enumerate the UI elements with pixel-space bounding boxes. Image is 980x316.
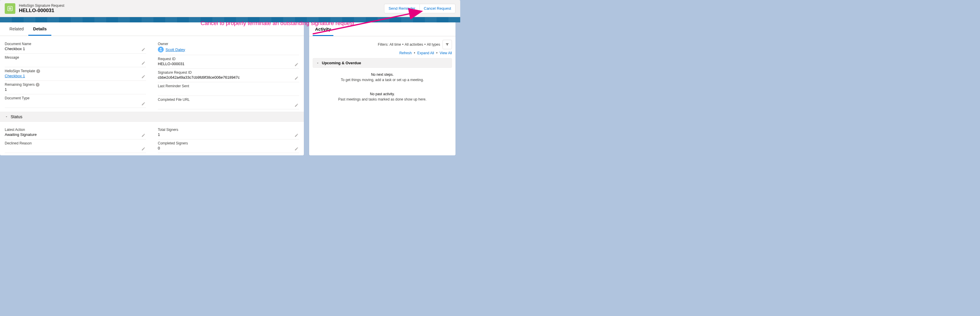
field-label: Request ID [158, 57, 299, 61]
field-label: Total Signers [158, 128, 299, 132]
field-value: Checkbox 1 [5, 46, 146, 51]
edit-icon[interactable] [294, 76, 299, 80]
field-value: Awaiting Signature [5, 132, 146, 137]
field-label: Last Reminder Sent [158, 84, 299, 88]
field-label: Signature Request ID [158, 70, 299, 75]
edit-icon[interactable] [141, 147, 145, 151]
record-type-label: HelloSign Signature Request [19, 3, 64, 8]
field-value: 1 [5, 87, 146, 92]
view-all-link[interactable]: View All [439, 51, 452, 55]
section-status-toggle[interactable]: Status [0, 112, 304, 122]
chevron-down-icon [5, 115, 8, 119]
field-value [5, 60, 146, 65]
tab-details[interactable]: Details [28, 22, 51, 36]
field-hellosign-template: HelloSign Template i Checkbox 1 [5, 67, 146, 81]
filters-prefix: Filters: [378, 43, 388, 46]
tab-related[interactable]: Related [5, 22, 28, 36]
field-label: HelloSign Template i [5, 69, 146, 73]
filter-button[interactable] [442, 40, 452, 49]
filter-time: All time [390, 43, 401, 46]
field-label: Latest Action [5, 128, 146, 132]
field-label: Completed Signers [158, 141, 299, 145]
edit-icon[interactable] [141, 48, 145, 52]
field-remaining-signers: Remaining Signers i 1 [5, 81, 146, 94]
edit-icon[interactable] [294, 103, 299, 107]
field-value [5, 100, 146, 105]
field-label: Message [5, 56, 146, 60]
edit-icon[interactable] [141, 75, 145, 79]
chevron-down-icon [316, 61, 320, 65]
field-value [5, 145, 146, 150]
expand-all-link[interactable]: Expand All [417, 51, 434, 55]
no-next-steps-message: No next steps. To get things moving, add… [309, 70, 455, 85]
field-owner: Owner Scott Daley [158, 40, 299, 55]
field-value: cbbe2c642a49a33c7cb9fd9f38ce006e7618947c [158, 75, 299, 79]
record-title: HELLO-000031 [19, 8, 64, 14]
field-message: Message [5, 54, 146, 67]
field-value-link[interactable]: Checkbox 1 [5, 73, 146, 78]
field-value [158, 88, 299, 93]
field-value [158, 102, 299, 107]
field-label: Owner [158, 42, 299, 46]
details-panel: Related Details Document Name Checkbox 1… [0, 22, 304, 156]
field-label: Declined Reason [5, 141, 146, 145]
avatar-icon [158, 46, 164, 52]
field-latest-action: Latest Action Awaiting Signature [5, 126, 146, 140]
funnel-icon [445, 43, 449, 46]
no-past-activity-message: No past activity. Past meetings and task… [309, 85, 455, 107]
field-declined-reason: Declined Reason [5, 140, 146, 153]
edit-icon[interactable] [294, 133, 299, 137]
field-signature-request-id: Signature Request ID cbbe2c642a49a33c7cb… [158, 69, 299, 82]
field-value: 0 [158, 145, 299, 150]
edit-icon[interactable] [141, 133, 145, 137]
record-header: HelloSign Signature Request HELLO-000031… [0, 0, 460, 17]
field-document-type: Document Type [5, 94, 146, 108]
record-type-icon [5, 3, 15, 14]
send-reminder-button[interactable]: Send Reminder [384, 4, 419, 13]
field-label: Completed File URL [158, 98, 299, 102]
edit-icon[interactable] [294, 147, 299, 151]
filter-activities: All activities [405, 43, 423, 46]
activity-panel: Activity Filters: All time • All activit… [309, 22, 455, 156]
edit-icon[interactable] [141, 102, 145, 106]
field-request-id: Request ID HELLO-000031 [158, 55, 299, 69]
field-document-name: Document Name Checkbox 1 [5, 40, 146, 54]
field-last-reminder-sent: Last Reminder Sent [158, 82, 299, 96]
field-label: Remaining Signers i [5, 83, 146, 87]
field-label: Document Type [5, 96, 146, 100]
field-value: 1 [158, 132, 299, 137]
filter-types: All types [427, 43, 440, 46]
info-icon[interactable]: i [36, 83, 40, 87]
cancel-request-button[interactable]: Cancel Request [420, 4, 456, 13]
refresh-link[interactable]: Refresh [399, 51, 412, 55]
field-completed-signers: Completed Signers 0 [158, 140, 299, 153]
svg-rect-1 [9, 7, 11, 10]
edit-icon[interactable] [294, 62, 299, 67]
owner-link[interactable]: Scott Daley [165, 48, 185, 52]
edit-icon[interactable] [141, 61, 145, 65]
svg-point-2 [160, 48, 162, 49]
field-value: HELLO-000031 [158, 61, 299, 66]
upcoming-overdue-label: Upcoming & Overdue [322, 61, 361, 65]
field-total-signers: Total Signers 1 [158, 126, 299, 140]
field-completed-file-url: Completed File URL [158, 96, 299, 110]
field-label: Document Name [5, 42, 146, 46]
section-title: Status [11, 114, 22, 119]
annotation-text: Cancel to properly terminate an outstand… [200, 20, 354, 27]
upcoming-overdue-toggle[interactable]: Upcoming & Overdue [313, 58, 452, 68]
info-icon[interactable]: i [36, 69, 40, 73]
